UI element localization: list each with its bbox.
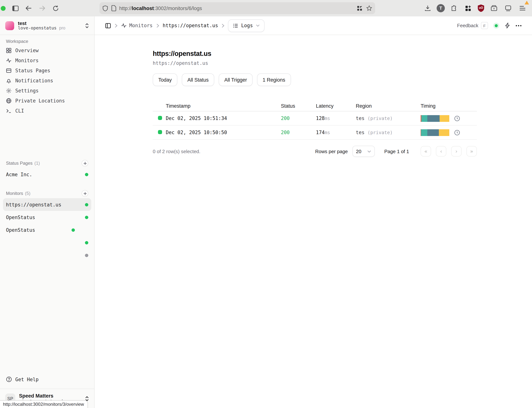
col-header-status[interactable]: Status bbox=[281, 103, 316, 109]
link-status-tooltip: http://localhost:3002/monitors/3/overvie… bbox=[0, 400, 88, 408]
status-dot-green bbox=[85, 241, 88, 244]
timing-bar bbox=[421, 129, 449, 136]
browser-toolbar: http://localhost:3002/monitors/6/logs bbox=[0, 0, 532, 17]
status-dot-green bbox=[85, 216, 88, 219]
cell-status: 200 bbox=[281, 130, 316, 135]
workspace-name: test bbox=[18, 21, 65, 26]
filter-regions-button[interactable]: 1 Regions bbox=[257, 73, 291, 86]
status-page-item-acme[interactable]: Acme Inc. bbox=[3, 168, 91, 181]
panel-icon bbox=[6, 68, 12, 74]
table-header-row: Timestamp Status Latency Region Timing bbox=[153, 101, 477, 111]
app-menu-icon[interactable] bbox=[517, 3, 528, 13]
feedback-button[interactable]: Feedback F bbox=[457, 22, 488, 29]
sidebar-item-settings[interactable]: Settings bbox=[0, 86, 94, 96]
row-status-square[interactable] bbox=[158, 116, 162, 120]
status-pages-section-label: Status Pages(1) bbox=[0, 158, 94, 168]
cell-timing bbox=[421, 129, 477, 136]
filter-status-button[interactable]: All Status bbox=[182, 73, 214, 86]
breadcrumb-monitor-name[interactable]: https://openstat.us bbox=[163, 23, 218, 28]
shield-icon[interactable] bbox=[102, 5, 108, 11]
sidebar-item-monitors[interactable]: Monitors bbox=[0, 56, 94, 66]
downloads-icon[interactable] bbox=[422, 3, 433, 13]
url-text[interactable]: http://localhost:3002/monitors/6/logs bbox=[119, 5, 202, 11]
forward-button[interactable] bbox=[37, 3, 47, 13]
workspace-avatar bbox=[5, 21, 14, 30]
filter-trigger-button[interactable]: All Trigger bbox=[219, 73, 253, 86]
device-screen-icon[interactable] bbox=[503, 3, 513, 13]
workspace-org: love-openstatus pro bbox=[18, 26, 65, 30]
ublock-shield-icon[interactable]: uO bbox=[477, 4, 485, 13]
get-help-link[interactable]: Get Help bbox=[0, 374, 94, 385]
traffic-light-green[interactable] bbox=[1, 6, 6, 11]
back-button[interactable] bbox=[24, 3, 34, 13]
table-row[interactable]: Dec 02, 2025 10:50:50 200 174ms tes (pri… bbox=[153, 126, 477, 140]
filter-date-button[interactable]: Today bbox=[153, 73, 177, 86]
page-title: https://openstat.us bbox=[153, 50, 477, 58]
first-page-button[interactable]: « bbox=[421, 146, 431, 156]
last-page-button[interactable]: » bbox=[466, 146, 477, 156]
gear-icon bbox=[6, 88, 12, 94]
page-info-icon[interactable] bbox=[111, 5, 116, 11]
pagination-bar: 0 of 2 row(s) selected. Rows per page 20… bbox=[153, 146, 477, 157]
rows-per-page-select[interactable]: 20 bbox=[352, 146, 375, 157]
chevron-right-icon bbox=[114, 23, 118, 28]
col-header-region[interactable]: Region bbox=[356, 103, 421, 109]
extensions-grid-icon[interactable] bbox=[463, 3, 473, 13]
sidebar-item-notifications[interactable]: Notifications bbox=[0, 76, 94, 86]
status-dot-green bbox=[85, 203, 88, 206]
monitor-item-unnamed-2[interactable] bbox=[3, 249, 91, 262]
table-row[interactable]: Dec 02, 2025 10:51:34 200 128ms tes (pri… bbox=[153, 111, 477, 126]
filter-bar: Today All Status All Trigger 1 Regions bbox=[153, 73, 477, 86]
cell-timestamp: Dec 02, 2025 10:50:50 bbox=[166, 130, 281, 135]
sidebar-item-cli[interactable]: CLI bbox=[0, 106, 94, 116]
user-name: Speed Matters bbox=[19, 393, 68, 399]
clock-icon[interactable] bbox=[454, 115, 460, 121]
monitors-section-label: Monitors(5) bbox=[0, 188, 94, 198]
col-header-timing[interactable]: Timing bbox=[421, 103, 477, 109]
logs-dropdown-button[interactable]: Logs bbox=[228, 19, 264, 32]
sidebar-collapse-icon[interactable] bbox=[105, 23, 111, 28]
sidebar-item-status-pages[interactable]: Status Pages bbox=[0, 66, 94, 76]
col-header-latency[interactable]: Latency bbox=[316, 103, 356, 109]
lightning-icon[interactable] bbox=[504, 22, 510, 29]
clock-icon[interactable] bbox=[454, 129, 460, 136]
container-tabs-icon[interactable] bbox=[489, 3, 499, 13]
monitor-item-openstatus-2[interactable]: OpenStatus bbox=[3, 224, 91, 236]
chevron-right-icon bbox=[221, 23, 225, 28]
monitor-item-unnamed-1[interactable] bbox=[3, 236, 91, 249]
svg-text:uO: uO bbox=[479, 6, 483, 9]
breadcrumb-bar: Monitors https://openstat.us Logs bbox=[95, 17, 532, 35]
add-monitor-button[interactable] bbox=[82, 190, 88, 197]
next-page-button[interactable]: › bbox=[451, 146, 462, 156]
sidebar-item-private-locations[interactable]: Private Locations bbox=[0, 96, 94, 106]
update-badge bbox=[524, 1, 529, 4]
chevron-down-icon bbox=[256, 24, 260, 27]
logs-page: https://openstat.us https://openstat.us … bbox=[95, 35, 532, 408]
col-header-timestamp[interactable]: Timestamp bbox=[166, 103, 281, 109]
puzzle-extension-icon[interactable] bbox=[448, 3, 459, 13]
browser-sidebar-toggle-icon[interactable] bbox=[10, 3, 20, 13]
more-options-icon[interactable] bbox=[515, 25, 522, 26]
row-status-square[interactable] bbox=[158, 130, 162, 134]
monitor-item-openstat[interactable]: https://openstat.us bbox=[3, 198, 91, 211]
activity-icon bbox=[121, 23, 127, 28]
page-info: Page 1 of 1 bbox=[384, 148, 409, 154]
help-circle-icon bbox=[6, 376, 12, 382]
cell-timing bbox=[421, 115, 477, 122]
container-grid-icon[interactable] bbox=[357, 5, 363, 11]
cell-latency: 128ms bbox=[316, 116, 356, 121]
cell-latency: 174ms bbox=[316, 130, 356, 135]
extension-t-icon[interactable]: T bbox=[437, 4, 445, 12]
breadcrumb-monitors[interactable]: Monitors bbox=[121, 23, 152, 28]
bookmark-star-icon[interactable] bbox=[366, 5, 372, 11]
sidebar-item-overview[interactable]: Overview bbox=[0, 45, 94, 56]
cell-region: tes (private) bbox=[356, 116, 421, 121]
monitor-item-openstatus-1[interactable]: OpenStatus bbox=[3, 211, 91, 224]
chevron-updown-icon bbox=[85, 23, 89, 28]
reload-button[interactable] bbox=[50, 3, 61, 13]
add-status-page-button[interactable] bbox=[82, 160, 88, 167]
overview-grid-icon bbox=[6, 48, 12, 53]
workspace-switcher[interactable]: test love-openstatus pro bbox=[0, 17, 94, 35]
previous-page-button[interactable]: ‹ bbox=[436, 146, 446, 156]
url-bar[interactable]: http://localhost:3002/monitors/6/logs bbox=[100, 2, 375, 14]
